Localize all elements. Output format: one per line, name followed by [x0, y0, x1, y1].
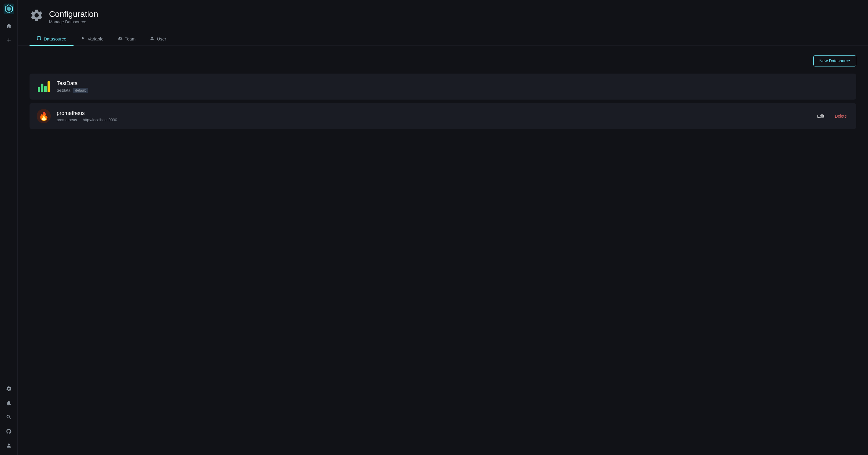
testdata-info: TestData testdata default	[57, 80, 849, 93]
sidebar	[0, 0, 18, 455]
sidebar-item-add[interactable]	[3, 34, 15, 46]
page-subtitle: Manage Datasource	[49, 20, 98, 24]
testdata-name: TestData	[57, 80, 849, 87]
page-header: Configuration Manage Datasource	[18, 0, 868, 25]
app-logo[interactable]	[4, 4, 14, 14]
prometheus-name: prometheus	[57, 110, 809, 116]
sidebar-item-github[interactable]	[3, 425, 15, 437]
prometheus-edit-button[interactable]: Edit	[814, 113, 826, 120]
tab-team[interactable]: Team	[111, 32, 143, 46]
tab-variable-label: Variable	[88, 36, 104, 41]
variable-tab-icon	[81, 36, 85, 42]
main-content: Configuration Manage Datasource Datasour…	[18, 0, 868, 455]
tab-datasource[interactable]: Datasource	[30, 32, 73, 46]
prometheus-flame-icon: 🔥	[39, 111, 49, 121]
testdata-id: testdata	[57, 88, 70, 92]
tab-user-label: User	[157, 36, 166, 41]
content-area: New Datasource TestData testdata default	[18, 46, 868, 455]
testdata-bars-chart	[38, 81, 50, 92]
sidebar-item-user[interactable]	[3, 439, 15, 451]
tab-variable[interactable]: Variable	[73, 32, 111, 46]
tabs: Datasource Variable Team User	[18, 32, 868, 46]
prometheus-url: http://localhost:9090	[83, 118, 117, 122]
datasource-tab-icon	[37, 36, 41, 42]
tab-datasource-label: Datasource	[44, 36, 66, 41]
tab-team-label: Team	[125, 36, 136, 41]
prometheus-id: prometheus	[57, 118, 77, 122]
page-title: Configuration	[49, 9, 98, 19]
prometheus-separator: ·	[80, 118, 81, 122]
testdata-meta: testdata default	[57, 88, 849, 93]
user-tab-icon	[150, 36, 154, 42]
testdata-badge: default	[73, 88, 88, 93]
datasource-card-prometheus[interactable]: 🔥 prometheus prometheus · http://localho…	[30, 103, 856, 129]
prometheus-info: prometheus prometheus · http://localhost…	[57, 110, 809, 122]
prometheus-delete-button[interactable]: Delete	[833, 113, 849, 120]
prometheus-actions: Edit Delete	[814, 113, 849, 120]
prometheus-meta: prometheus · http://localhost:9090	[57, 118, 809, 122]
sidebar-item-settings[interactable]	[3, 383, 15, 395]
team-tab-icon	[118, 36, 123, 42]
prometheus-icon: 🔥	[37, 109, 51, 123]
datasource-card-testdata[interactable]: TestData testdata default	[30, 74, 856, 99]
testdata-icon	[37, 80, 51, 94]
content-header: New Datasource	[30, 55, 856, 66]
header-text: Configuration Manage Datasource	[49, 9, 98, 24]
configuration-icon	[30, 8, 44, 25]
new-datasource-button[interactable]: New Datasource	[813, 55, 857, 66]
tab-user[interactable]: User	[143, 32, 173, 46]
sidebar-item-alerts[interactable]	[3, 397, 15, 409]
sidebar-item-home[interactable]	[3, 20, 15, 32]
sidebar-item-search[interactable]	[3, 411, 15, 423]
